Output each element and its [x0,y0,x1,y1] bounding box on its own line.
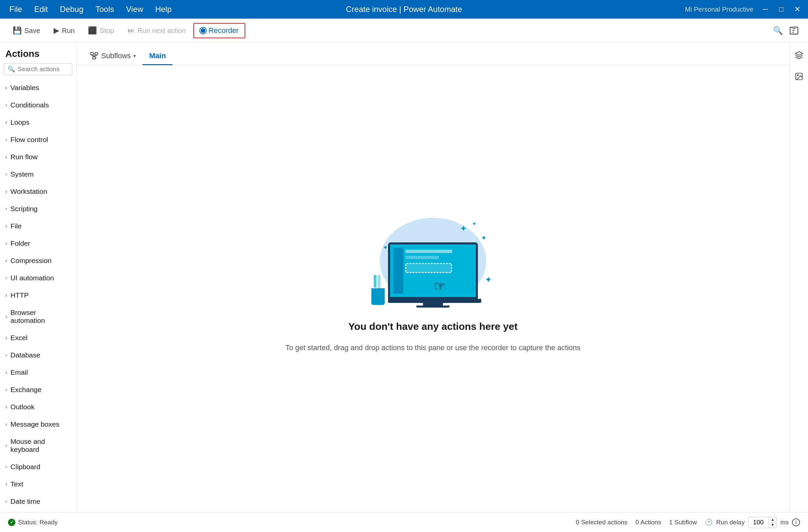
sidebar-item-outlook[interactable]: › Outlook [0,398,76,416]
sidebar-item-excel[interactable]: › Excel [0,329,76,346]
sidebar-item-file[interactable]: › File [0,217,76,235]
menu-file[interactable]: File [4,3,27,16]
toolbar-search-icon[interactable]: 🔍 [771,23,785,38]
sidebar-item-workstation[interactable]: › Workstation [0,183,76,200]
sidebar-item-label: Exchange [10,386,41,394]
sidebar-item-label: Mouse and keyboard [10,438,71,454]
sidebar-item-flow-control[interactable]: › Flow control [0,131,76,148]
sidebar-item-ui-automation[interactable]: › UI automation [0,269,76,287]
tab-subflows[interactable]: Subflows ▾ [83,48,143,65]
chevron-right-icon: › [5,404,7,410]
run-delay-input[interactable] [749,517,768,527]
chevron-right-icon: › [5,206,7,212]
chevron-right-icon: › [5,481,7,487]
tab-subflows-label: Subflows [101,52,131,60]
chevron-right-icon: › [5,464,7,470]
sidebar-item-label: Database [10,351,40,359]
layers-icon[interactable] [792,48,806,62]
pen-holder [370,282,386,305]
run-button[interactable]: ▶ Run [48,24,81,38]
sidebar-item-browser-automation[interactable]: › Browser automation [0,304,76,329]
sidebar-item-compression[interactable]: › Compression [0,252,76,269]
subflow-count: 1 Subflow [669,519,697,526]
sidebar-search[interactable]: 🔍 [4,63,72,75]
delay-info-icon[interactable]: i [792,518,800,526]
sparkle-icon: ✦ [460,225,466,233]
sidebar-item-label: Flow control [10,136,48,144]
title-bar-menu: File Edit Debug Tools View Help [4,3,685,16]
sidebar-item-clipboard[interactable]: › Clipboard [0,458,76,475]
sidebar-item-label: Scripting [10,205,38,213]
menu-edit[interactable]: Edit [29,3,53,16]
maximize-button[interactable]: □ [775,3,788,16]
pen-cup [371,288,385,305]
stop-button[interactable]: ⬛ Stop [82,24,120,38]
sidebar-item-http[interactable]: › HTTP [0,287,76,304]
sidebar-item-label: HTTP [10,291,29,299]
sidebar-item-run-flow[interactable]: › Run flow [0,148,76,166]
sidebar-item-folder[interactable]: › Folder [0,235,76,252]
close-button[interactable]: ✕ [791,3,804,16]
menu-tools[interactable]: Tools [90,3,120,16]
sidebar-item-mouse-keyboard[interactable]: › Mouse and keyboard [0,433,76,458]
sidebar-item-label: Compression [10,257,52,265]
sidebar-search-icon: 🔍 [8,65,15,73]
chevron-right-icon: › [5,369,7,375]
status-label: Status: Ready [18,519,58,526]
sidebar-item-label: File [10,222,22,230]
sparkle-icon: ✦ [481,234,486,242]
sidebar-item-database[interactable]: › Database [0,346,76,364]
menu-help[interactable]: Help [150,3,177,16]
run-next-button[interactable]: ⏭ Run next action [122,24,192,38]
chevron-right-icon: › [5,421,7,427]
sidebar-item-label: Variables [10,84,39,92]
menu-debug[interactable]: Debug [55,3,89,16]
stop-label: Stop [99,26,114,35]
sidebar-item-label: Email [10,368,28,376]
info-icon-label: i [795,520,797,525]
chevron-right-icon: › [5,292,7,298]
run-next-label: Run next action [137,26,186,35]
laptop-stand [423,303,443,306]
minimize-button[interactable]: ─ [759,3,772,16]
laptop: ☞ [388,242,478,307]
sidebar-item-conditionals[interactable]: › Conditionals [0,96,76,114]
image-icon[interactable] [792,69,806,84]
sidebar-item-exchange[interactable]: › Exchange [0,381,76,398]
recorder-button[interactable]: Recorder [194,23,245,38]
sidebar-item-label: System [10,170,34,178]
save-button[interactable]: 💾 Save [7,24,46,38]
title-bar-controls: Mi Personal Productive ─ □ ✕ [685,3,804,16]
chevron-right-icon: › [5,241,7,246]
tab-main[interactable]: Main [143,48,172,65]
chevron-right-icon: › [5,314,7,320]
toolbar-variable-icon[interactable] [787,23,801,38]
pen2 [374,275,377,288]
delay-increment-button[interactable]: ▲ [769,517,777,522]
run-delay-label: Run delay [716,519,745,526]
save-icon: 💾 [13,26,22,35]
menu-view[interactable]: View [121,3,149,16]
chevron-right-icon: › [5,102,7,108]
run-delay-section: 🕐 Run delay ▲ ▼ ms i [705,517,800,528]
sidebar-item-label: Text [10,480,23,488]
sidebar-item-email[interactable]: › Email [0,364,76,381]
sidebar-item-loops[interactable]: › Loops [0,114,76,131]
illustration-wrapper: ✦ ✦ ✦ ✦ ✦ [286,218,581,353]
sidebar-item-label: Clipboard [10,463,40,471]
title-bar: File Edit Debug Tools View Help Create i… [0,0,808,19]
sidebar-item-datetime[interactable]: › Date time [0,493,76,510]
sidebar-item-label: Browser automation [10,308,71,324]
main-layout: Actions 🔍 › Variables › Conditionals › L… [0,42,808,512]
sidebar-item-message-boxes[interactable]: › Message boxes [0,416,76,433]
chevron-down-icon: ▾ [133,53,136,58]
chevron-right-icon: › [5,154,7,160]
chevron-right-icon: › [5,189,7,194]
delay-input-wrapper[interactable]: ▲ ▼ [748,517,777,528]
sidebar-item-scripting[interactable]: › Scripting [0,200,76,217]
sparkle-icon: ✦ [383,244,387,251]
sidebar-item-text[interactable]: › Text [0,475,76,493]
delay-decrement-button[interactable]: ▼ [769,522,777,528]
sidebar-item-system[interactable]: › System [0,166,76,183]
sidebar-item-variables[interactable]: › Variables [0,79,76,96]
